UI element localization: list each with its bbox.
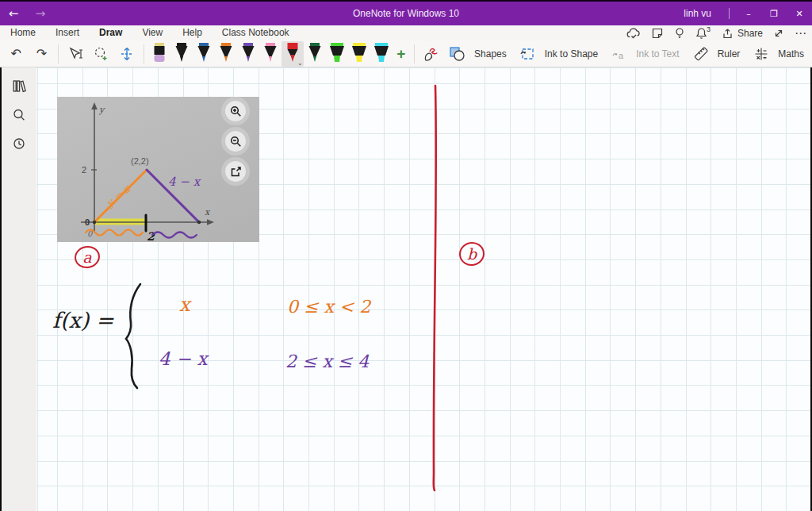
pen-purple[interactable]	[237, 41, 259, 67]
highlighter-green[interactable]	[326, 41, 348, 67]
close-button[interactable]: ✕	[787, 2, 812, 25]
toolbar-divider	[58, 44, 59, 63]
ink-to-shape-icon	[518, 44, 538, 64]
titlebar: ← → OneNote for Windows 10 linh vu – ❐ ✕	[0, 0, 812, 25]
zoom-in-button[interactable]	[225, 101, 246, 121]
maths-icon	[751, 44, 772, 64]
signed-in-user[interactable]: linh vu	[684, 8, 711, 19]
draw-toolbar: ↶ ↷	[0, 40, 812, 67]
restore-button[interactable]: ❐	[761, 2, 787, 25]
recent-notes-icon[interactable]	[2, 129, 36, 158]
pen-options-chevron-icon[interactable]: ⌄	[297, 60, 303, 67]
titlebar-divider	[729, 8, 730, 19]
ink-with-mouse-icon[interactable]	[422, 44, 441, 64]
full-screen-icon[interactable]	[773, 28, 784, 39]
highlighter-yellow[interactable]	[348, 41, 370, 67]
graph-point-label: (2,2)	[131, 156, 149, 166]
share-label: Share	[737, 28, 763, 39]
search-icon[interactable]	[2, 101, 36, 129]
back-button[interactable]: ←	[0, 6, 27, 21]
toolbar-divider	[144, 44, 144, 63]
share-button[interactable]: Share	[722, 27, 763, 40]
minimize-button[interactable]: –	[736, 2, 761, 25]
shapes-button[interactable]: Shapes	[444, 44, 515, 64]
ruler-icon	[691, 44, 711, 64]
tab-view-label: View	[142, 27, 163, 38]
window-title: OneNote for Windows 10	[353, 8, 459, 19]
more-options-button[interactable]: ⋯	[795, 26, 807, 40]
graph-x-axis-label: x	[205, 207, 211, 217]
graph-line2-label: 4 − x	[168, 175, 201, 189]
ideas-lightbulb-icon[interactable]	[674, 27, 685, 40]
ink-to-shape-button[interactable]: Ink to Shape	[515, 44, 606, 64]
pen-black[interactable]	[170, 41, 193, 67]
pen-blue[interactable]	[193, 41, 215, 67]
highlighter-cyan[interactable]	[370, 41, 393, 67]
pen-orange[interactable]	[215, 41, 237, 67]
left-edge-strip	[0, 67, 2, 511]
onenote-window: ← → OneNote for Windows 10 linh vu – ❐ ✕…	[0, 0, 812, 511]
maths-label: Maths	[778, 48, 804, 60]
notebooks-icon[interactable]	[2, 72, 36, 101]
graph-y-tick-label: 2	[82, 165, 86, 175]
embedded-graph-image[interactable]: y x 2 0 0 (2,2) y = x 4 − x 2	[57, 97, 259, 242]
shapes-label: Shapes	[474, 48, 507, 60]
ink-to-shape-label: Ink to Shape	[545, 48, 598, 60]
notifications-bell-icon[interactable]: 3	[695, 27, 711, 40]
pen-red-selected[interactable]: ⌄	[282, 41, 304, 67]
ink-to-text-button[interactable]: a Ink to Text	[606, 44, 687, 64]
sync-status-icon[interactable]	[626, 27, 641, 40]
tab-home[interactable]: Home	[10, 27, 36, 40]
graph-y-axis-label: y	[98, 105, 105, 115]
maths-button[interactable]: Maths	[748, 44, 812, 64]
navigation-sidebar	[2, 67, 36, 511]
zoom-out-button[interactable]	[225, 131, 246, 152]
insert-space-icon[interactable]	[117, 44, 136, 64]
ink-to-text-label: Ink to Text	[636, 48, 679, 60]
ink-to-text-icon: a	[609, 44, 630, 64]
tab-help-label: Help	[182, 27, 202, 38]
lasso-select-icon[interactable]	[92, 44, 111, 64]
ribbon-tab-bar: Home Insert Draw View Help Class Noteboo…	[0, 25, 812, 40]
toolbar-divider	[414, 44, 415, 63]
tab-home-label: Home	[10, 27, 36, 38]
graph-x-tick-handwritten: 2	[147, 230, 155, 242]
tab-class-notebook[interactable]: Class Notebook	[222, 27, 289, 40]
pen-green[interactable]	[304, 41, 326, 67]
graph-origin-label: 0	[85, 217, 90, 227]
ruler-label: Ruler	[718, 48, 741, 60]
svg-text:a: a	[619, 51, 624, 60]
redo-button[interactable]: ↷	[32, 44, 51, 64]
undo-button[interactable]: ↶	[6, 44, 25, 64]
tab-draw[interactable]: Draw	[99, 27, 122, 40]
tab-insert-label: Insert	[56, 27, 79, 38]
tab-draw-label: Draw	[99, 27, 122, 38]
notifications-badge: 3	[707, 25, 710, 33]
tab-class-notebook-label: Class Notebook	[222, 27, 289, 38]
pen-pink[interactable]	[259, 41, 282, 67]
select-objects-icon[interactable]	[66, 44, 85, 64]
tab-view[interactable]: View	[142, 27, 163, 40]
tab-help[interactable]: Help	[182, 27, 202, 40]
ruler-button[interactable]: Ruler	[688, 44, 749, 64]
shapes-icon	[447, 44, 468, 64]
eraser-tool[interactable]	[148, 41, 170, 67]
open-external-button[interactable]	[225, 161, 246, 182]
sticky-note-icon[interactable]	[651, 27, 664, 40]
forward-button[interactable]: →	[27, 6, 54, 21]
tab-insert[interactable]: Insert	[56, 27, 79, 40]
add-pen-button[interactable]: +	[393, 45, 410, 63]
